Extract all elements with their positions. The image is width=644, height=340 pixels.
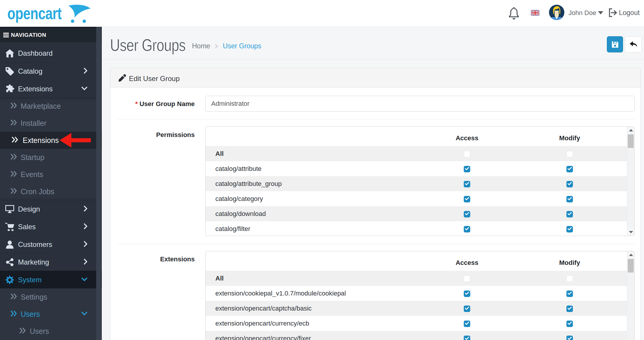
svg-text:opencart: opencart xyxy=(7,4,62,23)
